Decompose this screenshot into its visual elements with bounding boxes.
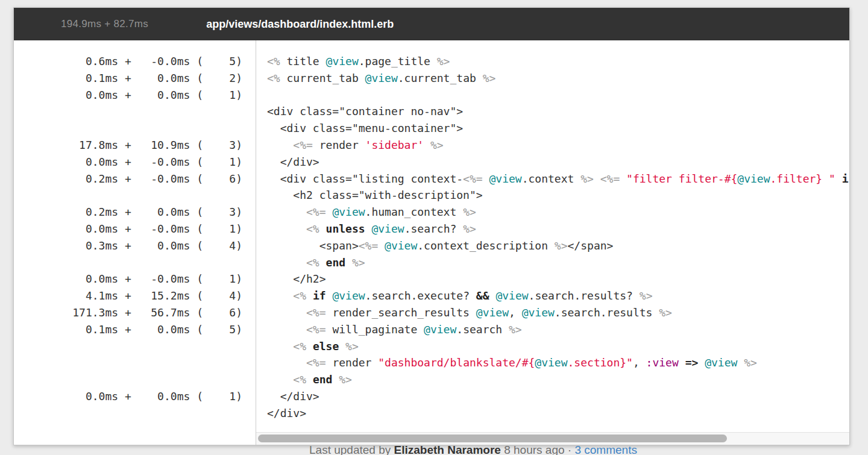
code-token-p [267, 306, 306, 319]
updated-time: 8 hours ago [501, 444, 568, 455]
code-line [267, 87, 849, 104]
code-token-p [737, 356, 744, 369]
timing-row-empty [14, 120, 242, 137]
code-line: <span><%= @view.context_description %></… [267, 237, 849, 254]
code-token-d: %> [463, 222, 476, 235]
code-line: <% end %> [267, 371, 849, 388]
code-token-v: @view [522, 306, 555, 319]
code-token-v: @view [365, 72, 398, 84]
code-token-d: <%= [306, 206, 326, 218]
code-token-p: <div class="menu-container"> [267, 122, 463, 134]
code-line: <%= render "dashboard/blankslate/#{@view… [267, 354, 849, 371]
code-token-p [267, 222, 306, 235]
comments-link[interactable]: 3 comments [574, 444, 637, 455]
code-line: <div class="menu-container"> [267, 120, 849, 137]
code-token-p: title [280, 55, 326, 67]
code-token-d: %> [483, 72, 496, 84]
code-token-k: end [313, 373, 333, 386]
timing-row: 0.3ms + 0.0ms ( 4) [14, 237, 242, 254]
timing-row: 0.0ms + -0.0ms ( 1) [14, 271, 242, 287]
timing-row: 17.8ms + 10.9ms ( 3) [14, 137, 242, 154]
code-token-p: </div> [267, 155, 319, 168]
code-token-p: render [326, 356, 379, 369]
code-token-d: %> [345, 340, 359, 353]
code-token-d: <%= [306, 356, 326, 369]
code-token-d: %> [339, 373, 352, 386]
code-token-p [267, 206, 306, 218]
code-token-p: , [509, 306, 522, 319]
timing-row: 171.3ms + 56.7ms ( 6) [14, 304, 242, 321]
timing-row: 0.0ms + -0.0ms ( 1) [14, 154, 242, 171]
code-token-p [319, 256, 326, 269]
code-token-p: current_tab [280, 72, 365, 84]
code-token-p [267, 289, 293, 302]
timing-row: 4.1ms + 15.2ms ( 4) [14, 287, 242, 304]
horizontal-scrollbar-track[interactable] [256, 432, 849, 445]
code-token-p: render [313, 139, 365, 151]
timing-row: 0.0ms + -0.0ms ( 1) [14, 221, 242, 237]
code-token-p [483, 172, 489, 185]
code-token-v: @view [371, 222, 404, 235]
code-token-d: <%= [306, 323, 326, 336]
code-token-p [306, 289, 313, 302]
profiler-body: 0.6ms + -0.0ms ( 5) 0.1ms + 0.0ms ( 2) 0… [14, 40, 849, 445]
code-token-d: <% [293, 289, 306, 302]
code-token-p: </div> [267, 407, 306, 419]
code-token-k: => [685, 356, 699, 369]
code-token-p: <div class="container no-nav"> [267, 105, 463, 118]
code-token-s: "dashboard/blankslate/#{ [378, 356, 535, 369]
code-token-p: .search.results [555, 306, 659, 319]
code-token-y: :view [646, 356, 679, 369]
profiler-panel: 194.9ms + 82.7ms app/views/dashboard/ind… [13, 7, 850, 445]
code-token-p: </h2> [267, 272, 326, 285]
code-token-p [365, 222, 372, 235]
code-token-p [620, 172, 626, 185]
code-token-v: @view [326, 55, 359, 67]
code-token-p: <div class="listing context- [267, 172, 463, 185]
code-token-p: </div> [267, 390, 319, 403]
timing-row-empty [14, 103, 242, 120]
code-token-d: %> [640, 289, 653, 302]
code-token-p: will_paginate [326, 323, 424, 336]
code-token-k: i [842, 172, 849, 185]
code-token-s: .filter} " [770, 172, 835, 185]
timing-row: 0.2ms + -0.0ms ( 6) [14, 171, 242, 187]
horizontal-scrollbar-thumb[interactable] [258, 435, 727, 442]
code-token-p [319, 222, 326, 235]
code-token-p: .current_tab [398, 72, 483, 84]
code-line: <div class="listing context-<%= @view.co… [267, 171, 849, 187]
code-lines: <% title @view.page_title %><% current_t… [267, 53, 849, 422]
code-token-d: %> [352, 256, 365, 269]
code-token-k: end [326, 256, 346, 269]
code-token-p [424, 139, 430, 151]
code-token-p: .search? [404, 222, 464, 235]
code-token-p [267, 340, 293, 353]
code-token-p [267, 256, 306, 269]
code-token-k: unless [326, 222, 365, 235]
code-token-s: .section}" [568, 356, 633, 369]
code-token-p: .search.results? [529, 289, 640, 302]
timing-row: 0.2ms + 0.0ms ( 3) [14, 204, 242, 221]
code-token-d: %> [463, 206, 476, 218]
code-token-p: .page_title [359, 55, 437, 67]
code-token-d: %> [437, 55, 450, 67]
code-token-d: <% [267, 55, 280, 67]
code-token-p [306, 340, 313, 353]
timing-row-empty [14, 187, 242, 204]
code-token-s: 'sidebar' [365, 139, 424, 151]
code-line: <%= render_search_results @view, @view.s… [267, 304, 849, 321]
timing-row: 0.0ms + 0.0ms ( 1) [14, 87, 242, 104]
code-token-d: <% [293, 373, 306, 386]
code-token-d: <%= [293, 139, 313, 151]
code-line: <%= render 'sidebar' %> [267, 137, 849, 154]
timing-row-empty [14, 354, 242, 371]
timing-row: 0.6ms + -0.0ms ( 5) [14, 53, 242, 70]
code-token-p [378, 239, 385, 252]
code-token-k: && [476, 289, 489, 302]
timing-row-empty [14, 405, 242, 422]
code-token-p: .search.execute? [365, 289, 476, 302]
code-line: <% unless @view.search? %> [267, 221, 849, 237]
code-token-d: %> [744, 356, 757, 369]
code-token-d: <% [293, 340, 306, 353]
code-token-p: <span> [267, 239, 359, 252]
